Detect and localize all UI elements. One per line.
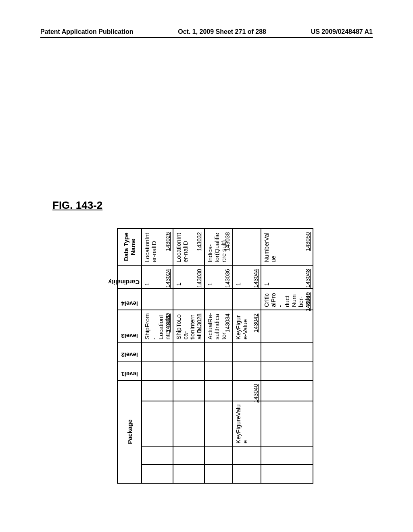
package-cell-a xyxy=(173,465,204,483)
package-cell-a xyxy=(261,465,313,483)
table-row: ActualRe-sultIndicator1430341143036Indic… xyxy=(204,229,233,483)
cardinality-cell-text: 1 xyxy=(206,268,213,286)
level2-cell xyxy=(142,342,173,361)
level2-cell xyxy=(204,342,233,361)
col-level4: level4 xyxy=(117,289,142,310)
package-cell-ref-ref: 143040 xyxy=(252,384,259,403)
package-cell-ref xyxy=(173,380,204,401)
table-header-row: Package level1 level2 level3 level4 Card… xyxy=(117,229,142,483)
figure-label: FIG. 143-2 xyxy=(52,199,373,212)
cardinality-cell-ref: 143030 xyxy=(196,269,202,288)
cardinality-cell-ref: 143024 xyxy=(165,269,171,288)
cardinality-cell-ref: 143044 xyxy=(252,269,259,288)
package-cell-b xyxy=(233,447,261,465)
cardinality-cell: 1143030 xyxy=(173,265,204,289)
datatype-cell: NumberValue143050 xyxy=(261,229,313,265)
level3-cell-ref: 143022 xyxy=(165,314,171,332)
cardinality-cell-text: 1 xyxy=(263,268,270,286)
datatype-cell xyxy=(233,229,261,265)
package-cell-ref: 143040 xyxy=(233,380,261,401)
level4-cell: CriticalPro-ductNumber-Value143046 xyxy=(261,289,313,310)
package-cell-a xyxy=(142,465,173,483)
col-level3: level3 xyxy=(117,310,142,342)
table-row: CriticalPro-ductNumber-Value143046114304… xyxy=(261,229,313,483)
level1-cell xyxy=(204,361,233,380)
level3-cell-ref: 143034 xyxy=(224,314,231,332)
package-cell-a xyxy=(204,465,233,483)
col-level2: level2 xyxy=(117,342,142,361)
package-cell-ref xyxy=(204,380,233,401)
level3-cell: ActualRe-sultIndicator143034 xyxy=(204,310,233,342)
datatype-cell-ref: 143032 xyxy=(196,232,202,251)
level1-cell xyxy=(173,361,204,380)
col-datatype: Data Type Name xyxy=(117,229,142,265)
cardinality-cell-text: 1 xyxy=(235,268,242,286)
package-cell-a xyxy=(233,465,261,483)
level3-cell-ref: 143028 xyxy=(196,314,202,332)
package-cell-c xyxy=(173,401,204,446)
package-cell-c xyxy=(142,401,173,446)
package-cell-c xyxy=(204,401,233,446)
level4-cell xyxy=(204,289,233,310)
package-cell-b xyxy=(261,447,313,465)
col-level1: level1 xyxy=(117,361,142,380)
cardinality-cell-text: 1 xyxy=(175,268,182,286)
cardinality-cell-ref: 143048 xyxy=(305,269,311,288)
datatype-cell: Indica-tor(Qualifier:re sult)143038 xyxy=(204,229,233,265)
datatype-cell-text: LocationInter-nalID xyxy=(144,231,157,262)
level4-cell xyxy=(173,289,204,310)
level4-cell xyxy=(233,289,261,310)
header-right: US 2009/0248487 A1 xyxy=(311,28,373,35)
table-row: ShipFrom-LocationInter-nalID143022114302… xyxy=(142,229,173,483)
level2-cell xyxy=(233,342,261,361)
level2-cell xyxy=(261,342,313,361)
package-cell-ref xyxy=(142,380,173,401)
level3-cell xyxy=(261,310,313,342)
datatype-cell-text: LocationInter-nalID xyxy=(175,231,189,262)
header-center: Oct. 1, 2009 Sheet 271 of 288 xyxy=(178,28,266,35)
cardinality-cell-ref: 143036 xyxy=(224,269,231,288)
cardinality-cell: 1143044 xyxy=(233,265,261,289)
level3-cell: ShipFrom-LocationInter-nalID143022 xyxy=(142,310,173,342)
level4-cell-text: CriticalPro-ductNumber-Value xyxy=(263,291,311,307)
table-row: KeyFigureValue143040KeyFigure-Value14304… xyxy=(233,229,261,483)
package-cell-c: KeyFigureValue xyxy=(233,401,261,446)
header-left: Patent Application Publication xyxy=(40,28,133,35)
datatype-cell: LocationInter-nalID143026 xyxy=(142,229,173,265)
datatype-cell-text: NumberValue xyxy=(263,231,277,262)
level3-cell-text: KeyFigure-Value xyxy=(235,313,248,339)
cardinality-cell: 1143036 xyxy=(204,265,233,289)
datatype-cell-ref: 143026 xyxy=(165,232,171,251)
page-header: Patent Application Publication Oct. 1, 2… xyxy=(40,28,373,38)
level4-cell xyxy=(142,289,173,310)
level1-cell xyxy=(233,361,261,380)
cardinality-cell-text: 1 xyxy=(144,268,150,286)
datatype-cell: LocationInter-nalID143032 xyxy=(173,229,204,265)
cardinality-cell: 1143048 xyxy=(261,265,313,289)
table-row: ShipToLoca-tionInternalID1430281143030Lo… xyxy=(173,229,204,483)
package-cell-c-text: KeyFigureValue xyxy=(235,404,248,443)
package-cell-b xyxy=(142,447,173,465)
level1-cell xyxy=(261,361,313,380)
cardinality-cell: 1143024 xyxy=(142,265,173,289)
rotated-table-container: Package level1 level2 level3 level4 Card… xyxy=(117,228,313,484)
level4-cell-ref: 143046 xyxy=(305,292,311,311)
package-cell-c xyxy=(261,401,313,446)
level1-cell xyxy=(142,361,173,380)
data-table: Package level1 level2 level3 level4 Card… xyxy=(117,228,313,484)
level3-cell: ShipToLoca-tionInternalID143028 xyxy=(173,310,204,342)
package-cell-b xyxy=(173,447,204,465)
datatype-cell-ref: 143038 xyxy=(224,232,231,251)
level3-cell: KeyFigure-Value143042 xyxy=(233,310,261,342)
level2-cell xyxy=(173,342,204,361)
datatype-cell-ref: 143050 xyxy=(305,232,311,251)
package-cell-b xyxy=(204,447,233,465)
level3-cell-ref: 143042 xyxy=(252,314,259,332)
package-cell-ref xyxy=(261,380,313,401)
col-package: Package xyxy=(117,380,142,483)
col-cardinality: Cardinality xyxy=(117,265,142,289)
